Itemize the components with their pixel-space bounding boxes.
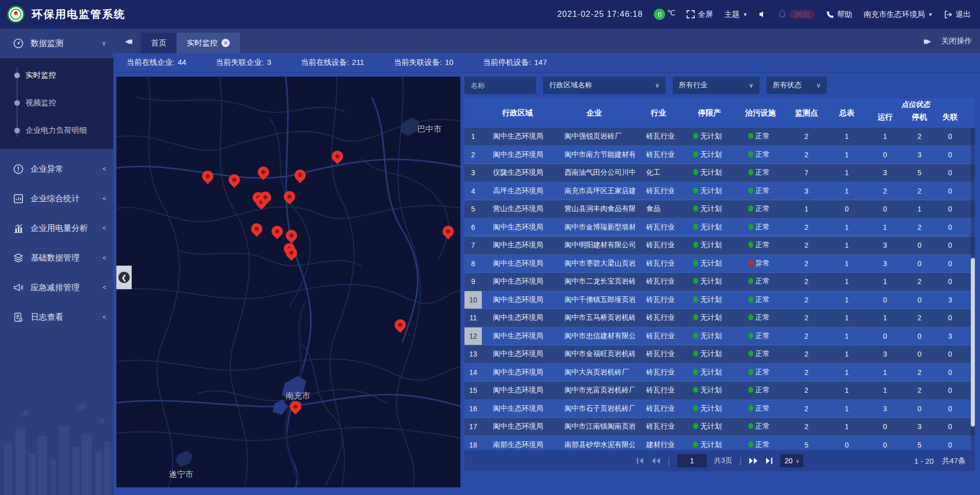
table-header-row: 行政区域 企业 行业 停限产 治污设施 监测点 总表 点位状态 运行 bbox=[464, 98, 975, 128]
fullscreen-button[interactable]: 全屏 bbox=[687, 10, 713, 19]
map-collapse-button[interactable]: ❮ bbox=[116, 266, 132, 289]
company-cell: 阆中强锐页岩砖厂 bbox=[553, 132, 635, 141]
lost-cell: 0 bbox=[934, 241, 967, 249]
table-row[interactable]: 7阆中生态环境局阆中明阳建材有限公司砖瓦行业无计划正常21300 bbox=[464, 237, 975, 255]
sidebar-item-realtime-monitoring[interactable]: 实时监控 bbox=[0, 61, 113, 89]
row-index-cell: 6 bbox=[464, 219, 482, 237]
running-cell: 1 bbox=[865, 132, 905, 140]
sidebar-item-power-load-detail[interactable]: 企业电力负荷明细 bbox=[0, 116, 113, 144]
status-select[interactable]: 所有状态 ∨ bbox=[767, 77, 827, 94]
table-row[interactable]: 17阆中生态环境局阆中市江南镇阆南页岩砖瓦行业无计划正常21030 bbox=[464, 418, 975, 436]
stop-limit-cell: 无计划 bbox=[682, 241, 737, 250]
stop-limit-cell: 无计划 bbox=[682, 386, 737, 395]
table-row[interactable]: 8阆中生态环境局阆中市枣碧大梁山页岩砖瓦行业无计划异常21300 bbox=[464, 255, 975, 273]
table-row[interactable]: 1阆中生态环境局阆中强锐页岩砖厂砖瓦行业无计划正常21120 bbox=[464, 128, 975, 146]
sidebar-item-enterprise-abnormal[interactable]: 企业异常 < bbox=[0, 154, 113, 184]
status-dot-icon bbox=[748, 405, 753, 411]
close-operations-button[interactable]: 关闭操作 bbox=[941, 36, 972, 46]
next-page-button[interactable] bbox=[749, 457, 758, 464]
org-dropdown[interactable]: 南充市生态环境局 ▼ bbox=[864, 10, 933, 19]
chevron-down-icon: ∨ bbox=[655, 82, 659, 89]
facility-status-cell: 正常 bbox=[737, 422, 784, 431]
status-dot-icon bbox=[693, 441, 698, 447]
table-row[interactable]: 15阆中生态环境局阆中市光富页岩机砖厂砖瓦行业无计划正常21120 bbox=[464, 382, 975, 400]
table-row[interactable]: 14阆中生态环境局阆中大兴页岩机砖厂砖瓦行业无计划正常21120 bbox=[464, 364, 975, 382]
sidebar-item-label: 企业用电量分析 bbox=[31, 223, 95, 234]
range-label: 1 - 20 bbox=[914, 457, 934, 465]
table-row[interactable]: 9阆中生态环境局阆中市二龙长宝页岩砖砖瓦行业无计划正常21120 bbox=[464, 273, 975, 291]
table-row[interactable]: 18南部生态环境局南部县砂华水泥有限公建材行业无计划正常50050 bbox=[464, 436, 975, 450]
notifications-button[interactable]: 2632 bbox=[778, 10, 815, 19]
monitor-points-cell: 2 bbox=[784, 296, 829, 304]
region-cell: 阆中生态环境局 bbox=[482, 349, 553, 359]
industry-select[interactable]: 所有行业 ∨ bbox=[673, 77, 760, 94]
table-row[interactable]: 16阆中生态环境局阆中市石子页岩机砖厂砖瓦行业无计划正常21300 bbox=[464, 400, 975, 418]
sidebar-item-emergency-reduction[interactable]: 应急减排管理 < bbox=[0, 273, 113, 302]
lost-cell: 0 bbox=[934, 169, 967, 177]
logout-button[interactable]: 退出 bbox=[944, 10, 971, 19]
table-row[interactable]: 5营山生态环境局营山县润丰肉食品有限食品无计划正常10010 bbox=[464, 200, 975, 219]
monitor-points-cell: 2 bbox=[784, 368, 829, 376]
col-header-monitor-points: 监测点 bbox=[784, 98, 829, 128]
sidebar-item-base-data-management[interactable]: 基础数据管理 < bbox=[0, 243, 113, 273]
tab-home[interactable]: 首页 bbox=[141, 33, 177, 53]
tabs-scroll-right-button[interactable]: ▶▶ bbox=[924, 37, 928, 45]
table-row[interactable]: 12阆中生态环境局阆中市忠信建材有限公砖瓦行业无计划正常21003 bbox=[464, 327, 975, 346]
status-dot-icon bbox=[693, 187, 698, 194]
running-cell: 1 bbox=[865, 223, 905, 231]
monitor-points-cell: 7 bbox=[784, 169, 829, 177]
table-row[interactable]: 13阆中生态环境局阆中市金福旺页岩机砖砖瓦行业无计划正常21300 bbox=[464, 345, 975, 364]
region-select-value: 行政区域名称 bbox=[549, 81, 592, 90]
sidebar-nav: 数据监测 ∨ 实时监控 视频监控 企业电力负荷明细 企业异常 bbox=[0, 29, 113, 495]
company-cell: 阆中市江南镇阆南页岩 bbox=[553, 422, 635, 431]
stop-limit-cell: 无计划 bbox=[682, 168, 737, 177]
sidebar-item-log-view[interactable]: 日志查看 < bbox=[0, 302, 113, 332]
stop-limit-cell: 无计划 bbox=[682, 150, 737, 159]
temperature-widget: 0 ℃ bbox=[654, 9, 675, 20]
table-row[interactable]: 4高坪生态环境局南充市高坪区王家店建砖瓦行业无计划正常31220 bbox=[464, 182, 975, 201]
status-dot-icon bbox=[748, 387, 753, 393]
prev-page-button[interactable] bbox=[651, 457, 660, 464]
mute-button[interactable] bbox=[759, 11, 767, 18]
table-row[interactable]: 11阆中生态环境局阆中市五马桥页岩机砖砖瓦行业无计划正常21120 bbox=[464, 309, 975, 327]
theme-dropdown[interactable]: 主题 ▼ bbox=[724, 10, 748, 19]
company-cell: 西南油气田分公司川中 bbox=[553, 168, 635, 177]
page-number-input[interactable] bbox=[677, 454, 707, 467]
tab-realtime-monitoring[interactable]: 实时监控 ✕ bbox=[177, 33, 240, 53]
industry-cell: 砖瓦行业 bbox=[635, 223, 682, 232]
sidebar-item-video-monitoring[interactable]: 视频监控 bbox=[0, 89, 113, 116]
table-row[interactable]: 2阆中生态环境局阆中市南方节能建材有砖瓦行业无计划正常21030 bbox=[464, 146, 975, 164]
map-panel[interactable]: 巴中市南充市遂宁市 ❮ bbox=[116, 77, 460, 487]
monitor-points-cell: 2 bbox=[784, 277, 829, 286]
table-row[interactable]: 6阆中生态环境局阆中市金博瑞新型墙材砖瓦行业无计划正常21120 bbox=[464, 219, 975, 237]
region-select[interactable]: 行政区域名称 ∨ bbox=[543, 77, 666, 94]
speaker-icon bbox=[759, 11, 767, 18]
status-dot-icon bbox=[693, 387, 698, 393]
bar-chart-icon bbox=[13, 223, 23, 233]
table-scrollbar[interactable] bbox=[971, 128, 975, 450]
company-cell: 阆中市光富页岩机砖厂 bbox=[553, 386, 635, 395]
sidebar-item-data-monitoring[interactable]: 数据监测 ∨ bbox=[0, 29, 113, 58]
table-row[interactable]: 3仪陇生态环境局西南油气田分公司川中化工无计划正常71350 bbox=[464, 164, 975, 182]
name-search-input[interactable] bbox=[464, 77, 536, 94]
page-size-select[interactable]: 20 ∨ bbox=[780, 454, 803, 467]
facility-status-cell: 正常 bbox=[737, 386, 784, 395]
chevron-down-icon: ∨ bbox=[796, 458, 799, 464]
region-cell: 阆中生态环境局 bbox=[482, 386, 553, 395]
table-row[interactable]: 10阆中生态环境局阆中千佛镇五郎垭页岩砖瓦行业无计划正常21003 bbox=[464, 291, 975, 310]
datetime-label: 2021-02-25 17:46:18 bbox=[557, 10, 643, 19]
row-index-cell: 12 bbox=[464, 327, 482, 345]
tab-close-icon[interactable]: ✕ bbox=[222, 39, 230, 47]
scrollbar-thumb[interactable] bbox=[971, 258, 975, 427]
help-button[interactable]: 帮助 bbox=[826, 10, 852, 19]
status-dot-icon bbox=[693, 369, 698, 375]
tabs-scroll-left-button[interactable]: ◀◀ bbox=[113, 29, 141, 53]
status-dot-icon bbox=[693, 405, 698, 411]
last-page-button[interactable] bbox=[765, 457, 773, 464]
lost-cell: 0 bbox=[934, 368, 967, 376]
sidebar-item-power-usage-analysis[interactable]: 企业用电量分析 < bbox=[0, 214, 113, 243]
status-dot-icon bbox=[748, 441, 753, 447]
map-city-label: 巴中市 bbox=[417, 124, 442, 134]
sidebar-item-enterprise-statistics[interactable]: 企业综合统计 < bbox=[0, 184, 113, 214]
first-page-button[interactable] bbox=[636, 457, 644, 464]
